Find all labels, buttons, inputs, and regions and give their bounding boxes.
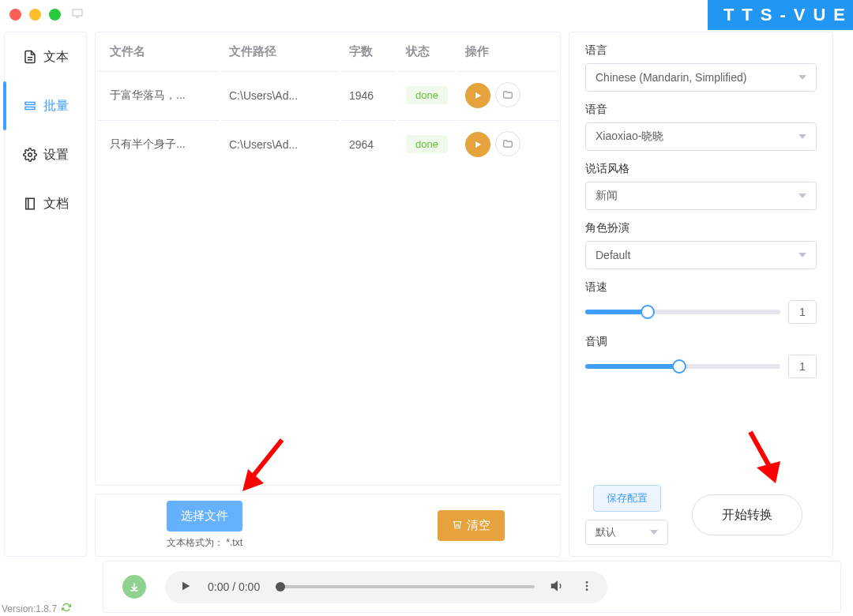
select-file-button[interactable]: 选择文件	[167, 501, 242, 531]
sidebar-item-settings[interactable]: 设置	[5, 130, 86, 179]
audio-seek[interactable]	[276, 585, 535, 588]
col-ops: 操作	[457, 34, 558, 69]
version-text: Version:1.8.7	[2, 603, 57, 614]
titlebar: TTS-VUE	[0, 0, 853, 28]
play-button[interactable]	[465, 83, 490, 108]
role-label: 角色扮演	[585, 221, 817, 235]
svg-point-6	[28, 153, 32, 157]
sidebar-item-docs[interactable]: 文档	[5, 179, 86, 228]
speed-slider[interactable]	[585, 310, 780, 314]
svg-rect-7	[25, 198, 34, 209]
refresh-icon[interactable]	[62, 603, 71, 614]
role-select[interactable]: Default	[585, 241, 817, 269]
cell-status: done	[398, 71, 456, 118]
file-table: 文件名 文件路径 字数 状态 操作 于富华落马，...C:\Users\Ad..…	[96, 32, 560, 169]
download-button[interactable]	[122, 575, 146, 599]
language-select[interactable]: Chinese (Mandarin, Simplified)	[585, 63, 817, 92]
svg-rect-0	[73, 9, 82, 16]
svg-marker-9	[475, 92, 481, 99]
pitch-label: 音调	[585, 335, 817, 349]
window-maximize[interactable]	[49, 9, 61, 21]
pitch-slider[interactable]	[585, 364, 780, 369]
svg-rect-5	[25, 107, 35, 110]
sidebar-item-label: 批量	[43, 98, 69, 115]
clear-button[interactable]: 清空	[438, 510, 505, 541]
svg-point-15	[586, 588, 588, 591]
clear-label: 清空	[467, 518, 490, 533]
open-folder-button[interactable]	[495, 131, 520, 156]
config-panel: 语言 Chinese (Mandarin, Simplified) 语音 Xia…	[569, 32, 833, 557]
cell-count: 1946	[341, 71, 396, 118]
cell-path: C:\Users\Ad...	[221, 71, 340, 118]
cell-status: done	[398, 120, 456, 167]
open-folder-button[interactable]	[495, 82, 520, 107]
window-close[interactable]	[9, 9, 21, 21]
monitor-icon[interactable]	[72, 8, 83, 21]
volume-icon[interactable]	[551, 579, 565, 595]
cell-path: C:\Users\Ad...	[221, 120, 340, 167]
audio-bar: 0:00 / 0:00	[103, 561, 841, 613]
cell-name: 只有半个身子...	[97, 120, 220, 167]
start-convert-button[interactable]: 开始转换	[692, 494, 802, 535]
sidebar-item-batch[interactable]: 批量	[5, 81, 86, 130]
audio-player: 0:00 / 0:00	[165, 571, 607, 603]
book-icon	[23, 197, 37, 211]
col-status: 状态	[398, 34, 456, 69]
stack-icon	[23, 99, 37, 113]
play-button[interactable]	[465, 132, 490, 157]
style-select[interactable]: 新闻	[585, 182, 817, 210]
app-title: TTS-VUE	[708, 0, 853, 30]
sidebar: 文本 批量 设置 文档	[4, 32, 87, 557]
col-path: 文件路径	[221, 34, 340, 69]
gear-icon	[23, 148, 37, 162]
table-row: 只有半个身子...C:\Users\Ad...2964done	[97, 120, 558, 167]
sidebar-item-label: 文本	[43, 49, 69, 66]
cell-ops	[457, 120, 558, 167]
more-icon[interactable]	[581, 580, 593, 595]
language-label: 语言	[585, 43, 817, 58]
svg-marker-12	[552, 581, 558, 590]
sidebar-item-label: 设置	[43, 147, 69, 163]
speed-label: 语速	[585, 280, 817, 295]
document-icon	[23, 50, 37, 64]
sidebar-item-label: 文档	[43, 196, 69, 212]
cell-ops	[457, 71, 558, 118]
voice-select[interactable]: Xiaoxiao-晓晓	[585, 122, 817, 151]
save-config-button[interactable]: 保存配置	[593, 485, 661, 512]
audio-time: 0:00 / 0:00	[208, 580, 260, 593]
version-footer: Version:1.8.7	[2, 603, 71, 614]
file-select-panel: 选择文件 文本格式为： *.txt 清空	[95, 494, 561, 557]
svg-marker-10	[475, 141, 481, 148]
svg-marker-11	[182, 581, 190, 590]
file-format-hint: 文本格式为： *.txt	[167, 536, 242, 550]
svg-point-13	[586, 581, 588, 584]
speed-value: 1	[788, 300, 817, 324]
play-icon[interactable]	[179, 580, 192, 595]
cell-count: 2964	[341, 120, 396, 167]
window-controls	[9, 9, 61, 21]
voice-label: 语音	[585, 103, 817, 117]
col-name: 文件名	[97, 34, 220, 69]
file-table-panel: 文件名 文件路径 字数 状态 操作 于富华落马，...C:\Users\Ad..…	[95, 32, 561, 486]
sidebar-item-text[interactable]: 文本	[5, 32, 86, 81]
window-minimize[interactable]	[29, 9, 41, 21]
trash-icon	[452, 519, 463, 532]
table-row: 于富华落马，...C:\Users\Ad...1946done	[97, 71, 558, 118]
svg-point-14	[586, 584, 588, 587]
cell-name: 于富华落马，...	[97, 71, 220, 118]
col-count: 字数	[341, 34, 396, 69]
svg-rect-4	[25, 103, 35, 105]
pitch-value: 1	[788, 355, 817, 378]
style-label: 说话风格	[585, 162, 817, 176]
preset-select[interactable]: 默认	[585, 520, 668, 545]
